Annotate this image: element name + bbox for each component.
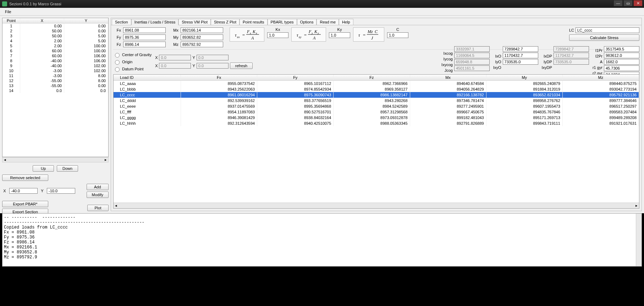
mx-input[interactable] xyxy=(181,27,223,33)
table-row[interactable]: LC_ffff8954.11897083890.5275167018957.31… xyxy=(114,109,639,115)
table-row[interactable]: 10.000.00 xyxy=(2,23,108,28)
tab-options[interactable]: Options xyxy=(297,19,317,25)
table-row[interactable]: 13-55.000.00 xyxy=(2,83,108,88)
tab-pbarl[interactable]: PBARL types xyxy=(268,19,297,25)
tab-inertias[interactable]: Inertias / Loads / Stress xyxy=(131,19,179,25)
ixo-value[interactable] xyxy=(503,46,538,52)
ky-input[interactable] xyxy=(329,32,350,38)
tab-readme[interactable]: Read me xyxy=(317,19,339,25)
coord-x-input[interactable] xyxy=(9,188,38,194)
svg-text:=: = xyxy=(363,32,366,38)
svg-text:=: = xyxy=(304,32,307,38)
svg-text:zy: zy xyxy=(298,35,302,39)
c-input[interactable] xyxy=(387,32,408,38)
fx-input[interactable] xyxy=(123,27,166,33)
up-button[interactable]: Up xyxy=(33,165,54,172)
fy-input[interactable] xyxy=(123,34,166,40)
ixyo-value[interactable] xyxy=(503,59,538,65)
table-row[interactable]: 760.00106.00 xyxy=(2,53,108,58)
tab-help[interactable]: Help xyxy=(339,19,353,25)
table-row[interactable]: 140.00.0 xyxy=(2,88,108,93)
modify-button[interactable]: Modify xyxy=(87,192,109,198)
my-label: My xyxy=(171,35,179,39)
points-table[interactable]: Point X Y 10.000.00250.000.00350.005.004… xyxy=(2,18,109,157)
my-input[interactable] xyxy=(181,34,223,40)
radio-cog[interactable]: Center of Gravity xyxy=(113,52,152,58)
loads-header-fy: Fy xyxy=(257,75,334,80)
export-pbar-button[interactable]: Export PBAR* xyxy=(2,201,48,207)
log-output[interactable]: -- ---------- ------------- ------------… xyxy=(2,213,642,267)
down-button[interactable]: Down xyxy=(57,165,78,172)
tab-point-results[interactable]: Point results xyxy=(240,19,268,25)
svg-text:x: x xyxy=(255,32,257,35)
tab-section[interactable]: Section xyxy=(112,19,131,25)
table-row[interactable]: 12-55.008.00 xyxy=(2,78,108,83)
iyo-value[interactable] xyxy=(503,53,538,58)
minimize-button[interactable]: — xyxy=(613,0,623,6)
iycog-label: Iycog xyxy=(444,57,453,61)
jcog-value xyxy=(454,65,490,71)
loads-table[interactable]: Load ID Fx Fy Fz Mx My Mz LC_aaaa8955.08… xyxy=(113,74,639,209)
table-row[interactable]: 11-3.008.00 xyxy=(2,73,108,78)
i1pr-label: I1Pr xyxy=(595,48,602,53)
tab-stress-z[interactable]: Stress Z Plot xyxy=(211,19,240,25)
svg-text:x: x xyxy=(249,32,251,35)
loads-horizontal-scrollbar[interactable]: ◂▸ xyxy=(114,203,639,208)
svg-text:Mz: Mz xyxy=(367,29,373,34)
table-row[interactable]: 660.00100.00 xyxy=(2,48,108,53)
table-row[interactable]: LC_dddd892.539939162893.3776565198943.28… xyxy=(114,98,639,103)
svg-text:y: y xyxy=(311,32,313,35)
table-row[interactable]: LC_bbbb8943.256220638974.855429348969.35… xyxy=(114,86,639,92)
fz-input[interactable] xyxy=(123,42,166,47)
table-row[interactable]: 9-40.00102.00 xyxy=(2,63,108,68)
tau-zy-formula: τzy=FyKyA xyxy=(291,27,326,42)
mz-input[interactable] xyxy=(181,42,223,47)
i2pr-value[interactable] xyxy=(604,53,639,58)
tab-stress-vm[interactable]: Stress VM Plot xyxy=(178,19,211,25)
table-row[interactable]: LC_cccc8961.080162948975.360907438986.13… xyxy=(114,92,639,98)
table-row[interactable]: 8-40.00106.00 xyxy=(2,58,108,63)
ixydp-value xyxy=(554,59,589,65)
table-row[interactable]: LC_aaaa8955.087375428965.101671128962.73… xyxy=(114,81,639,86)
iycog-value xyxy=(454,53,490,58)
app-icon xyxy=(2,1,7,6)
loads-header-fx: Fx xyxy=(181,75,257,80)
ixycog-label: Ixycog xyxy=(441,63,453,67)
points-header-y: Y xyxy=(64,18,108,23)
table-row[interactable]: 10-3.00102.00 xyxy=(2,68,108,73)
radio-origin[interactable]: Origin xyxy=(113,59,152,65)
menu-file[interactable]: File xyxy=(2,9,14,15)
refresh-button[interactable]: refresh xyxy=(230,63,253,69)
add-button[interactable]: Add xyxy=(87,184,109,190)
close-button[interactable]: ✕ xyxy=(633,0,643,6)
tau-formula: τ=MzCJ xyxy=(353,27,384,42)
r1gyr-value[interactable] xyxy=(604,65,639,71)
jcog-label: Jcog xyxy=(445,68,453,73)
table-row[interactable]: LC_gggg8946.390814298938.840321648973.09… xyxy=(114,115,639,120)
points-horizontal-scrollbar[interactable]: ◂▸ xyxy=(2,157,109,162)
remove-selected-button[interactable]: Remove selected xyxy=(2,175,48,181)
lc-input[interactable] xyxy=(576,27,639,33)
ref-x-label: X xyxy=(155,55,158,60)
table-row[interactable]: LC_eeee8937.014755698995.356948688984.52… xyxy=(114,103,639,109)
i1pr-value[interactable] xyxy=(604,46,639,52)
radio-datum[interactable]: Datum Point xyxy=(113,66,152,72)
ixcog-value xyxy=(454,46,490,52)
table-row[interactable]: 52.00100.00 xyxy=(2,43,108,48)
maximize-button[interactable]: ▭ xyxy=(623,0,633,6)
fy-label: Fy xyxy=(113,35,122,39)
coord-x-label: X xyxy=(2,189,7,193)
table-row[interactable]: 250.000.00 xyxy=(2,28,108,33)
loads-header-mz: Mz xyxy=(563,75,639,80)
table-row[interactable]: LC_hhhh892.3126435948940.425100758988.05… xyxy=(114,120,639,126)
kx-input[interactable] xyxy=(267,32,288,38)
calculate-stress-button[interactable]: Calculate Stress xyxy=(569,34,639,41)
plot-button[interactable]: Plot xyxy=(87,205,109,211)
coord-y-label: Y xyxy=(40,189,45,193)
log-vertical-scrollbar[interactable] xyxy=(636,214,642,266)
ixycog-value xyxy=(454,59,490,65)
table-row[interactable]: 350.005.00 xyxy=(2,33,108,38)
coord-y-input[interactable] xyxy=(47,188,75,194)
table-row[interactable]: 42.005.00 xyxy=(2,38,108,43)
a-value[interactable] xyxy=(604,59,639,65)
